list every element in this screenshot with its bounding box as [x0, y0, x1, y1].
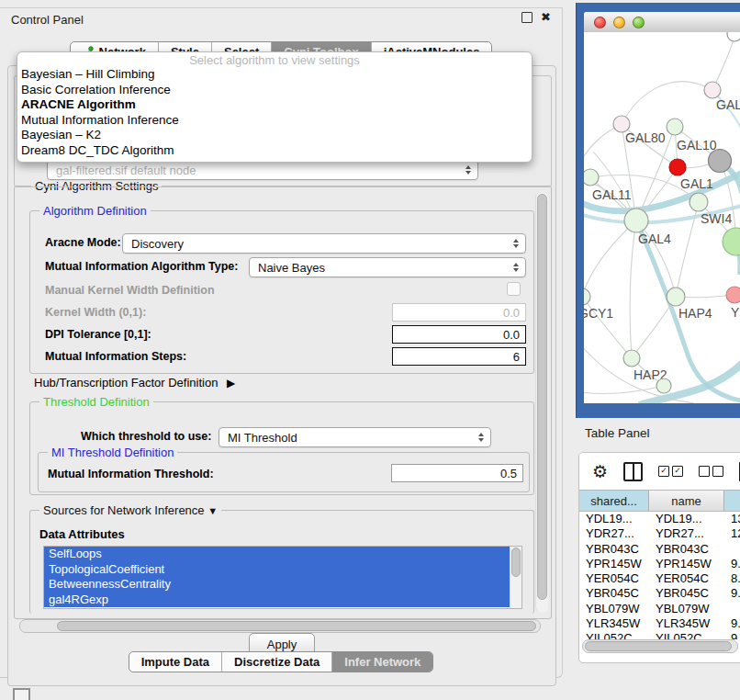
tab-discretize-data[interactable]: Discretize Data — [221, 652, 331, 672]
dropdown-item[interactable]: Bayesian – K2 — [17, 128, 532, 143]
table-cell: 9. — [724, 616, 740, 631]
table-row[interactable]: YDR27...YDR27...12 — [579, 526, 740, 541]
gear-icon[interactable]: ⚙ — [592, 463, 608, 480]
stepper-icon — [510, 258, 522, 277]
manual-kernel-checkbox[interactable] — [507, 282, 521, 296]
dropdown-placeholder: Select algorithm to view settings — [17, 53, 532, 67]
network-node[interactable] — [656, 378, 671, 393]
network-node[interactable] — [709, 150, 732, 173]
mi-type-value: Naive Bayes — [258, 261, 325, 275]
group-title: MI Threshold Definition — [48, 446, 177, 459]
screen: Control Panel ✖ Network Style — [0, 0, 740, 700]
table-cell: YPR145W — [649, 557, 724, 571]
table-row[interactable]: YBL079WYBL079W — [579, 602, 740, 616]
dropdown-item[interactable]: Mutual Information Inference — [17, 113, 532, 129]
table-horizontal-scrollbar[interactable] — [582, 639, 738, 653]
network-window-titlebar[interactable] — [584, 12, 740, 33]
table-row[interactable]: YBR043CYBR043C — [579, 542, 740, 557]
column-header-shared[interactable]: shared... — [579, 491, 649, 511]
network-view-window: GALGAL80GAL10GAL1GAL11SWI4GAL4GCY1HAP4YH… — [577, 3, 740, 418]
network-node[interactable] — [667, 288, 685, 306]
network-node[interactable] — [623, 350, 640, 367]
aracne-mode-value: Discovery — [131, 237, 184, 251]
network-canvas[interactable]: GALGAL80GAL10GAL1GAL11SWI4GAL4GCY1HAP4YH… — [584, 32, 740, 403]
data-attributes-list[interactable]: SelfLoops TopologicalCoefficient Between… — [43, 546, 522, 609]
cyni-bottom-tabs: Impute Data Discretize Data Infer Networ… — [129, 651, 434, 672]
table-cell: YER054C — [579, 571, 649, 586]
network-node[interactable] — [669, 159, 686, 175]
network-node[interactable] — [584, 288, 590, 305]
scrollbar-thumb[interactable] — [511, 548, 521, 577]
network-node[interactable] — [704, 82, 721, 98]
data-attributes-label: Data Attributes — [39, 527, 125, 541]
deselect-all-checkboxes-icon[interactable] — [699, 466, 723, 477]
table-header: shared... name A — [579, 490, 740, 512]
table-row[interactable]: YPR145WYPR145W9. — [579, 557, 740, 571]
zoom-traffic-light-icon[interactable] — [633, 17, 645, 28]
aracne-mode-label: Aracne Mode: — [45, 236, 121, 249]
close-icon[interactable]: ✖ — [541, 12, 551, 23]
manual-kernel-label: Manual Kernel Width Definition — [45, 284, 215, 297]
table-row[interactable]: YDL19...YDL19...13 — [579, 512, 740, 526]
table-row[interactable]: YIL052CYIL052C9. — [579, 631, 740, 639]
settings-horizontal-scrollbar[interactable] — [19, 619, 541, 633]
node-table: shared... name A YDL19...YDL19...13YDR27… — [579, 490, 740, 639]
aracne-mode-combo[interactable]: Discovery — [122, 233, 526, 254]
tab-impute-data[interactable]: Impute Data — [129, 652, 221, 672]
network-node[interactable] — [723, 228, 740, 255]
algorithm-definition-group: Algorithm Definition Aracne Mode: Discov… — [29, 210, 534, 374]
dropdown-item[interactable]: Dream8 DC_TDC Algorithm — [17, 143, 532, 159]
network-node[interactable] — [667, 119, 683, 135]
mi-steps-label: Mutual Information Steps: — [45, 350, 186, 363]
network-selector-combo[interactable]: gal-filtered.sif default node — [47, 160, 478, 180]
network-node[interactable] — [726, 287, 740, 303]
mi-type-combo[interactable]: Naive Bayes — [249, 257, 526, 277]
table-row[interactable]: YER054CYER054C8. — [579, 571, 740, 586]
dpi-tolerance-field[interactable]: 0.0 — [392, 325, 526, 344]
mi-threshold-field[interactable]: 0.5 — [391, 464, 523, 482]
list-vertical-scrollbar[interactable] — [510, 547, 521, 608]
split-columns-icon[interactable] — [623, 462, 643, 481]
network-selector-value: gal-filtered.sif default node — [56, 164, 196, 177]
kernel-width-field[interactable]: 0.0 — [392, 303, 526, 322]
collapse-icon[interactable]: ▼ — [207, 505, 218, 516]
tab-infer-network[interactable]: Infer Network — [331, 652, 432, 672]
mi-steps-field[interactable]: 6 — [392, 347, 526, 366]
panel-title: Control Panel — [11, 13, 84, 27]
scrollbar-thumb[interactable] — [537, 194, 547, 600]
network-node[interactable] — [624, 209, 648, 232]
list-item[interactable]: SelfLoops — [44, 547, 510, 562]
grid-corner-icon[interactable] — [13, 688, 30, 700]
expand-right-icon[interactable]: ▶ — [227, 377, 235, 390]
node-label: GAL11 — [592, 187, 632, 202]
select-all-checkboxes-icon[interactable]: ✓✓ — [658, 466, 683, 477]
table-cell — [724, 602, 740, 616]
hub-definition-label: Hub/Transcription Factor Definition — [34, 376, 218, 390]
table-row[interactable]: YLR345WYLR345W9. — [579, 616, 740, 631]
table-row[interactable]: YBR045CYBR045C9. — [579, 586, 740, 601]
list-item[interactable]: gal4RGexp — [44, 593, 510, 608]
network-node[interactable] — [690, 193, 708, 211]
which-threshold-combo[interactable]: MI Threshold — [219, 427, 491, 447]
table-cell: YDL19... — [579, 512, 649, 526]
network-node[interactable] — [584, 169, 599, 186]
network-node[interactable] — [727, 32, 740, 41]
column-header-name[interactable]: name — [649, 491, 724, 511]
dropdown-item[interactable]: Basic Correlation Inference — [17, 83, 532, 98]
node-label: Y — [731, 305, 740, 320]
list-item[interactable]: BetweennessCentrality — [44, 577, 510, 593]
hub-definition-toggle[interactable]: Hub/Transcription Factor Definition ▶ — [34, 376, 235, 390]
close-traffic-light-icon[interactable] — [594, 17, 606, 28]
settings-vertical-scrollbar[interactable] — [535, 192, 548, 613]
apply-button-label: Apply — [267, 638, 297, 651]
scrollbar-thumb[interactable] — [585, 641, 732, 651]
list-item[interactable]: TopologicalCoefficient — [44, 562, 510, 578]
dropdown-item[interactable]: Bayesian – Hill Climbing — [17, 67, 532, 83]
column-header-clipped[interactable]: A — [724, 491, 740, 511]
node-label: GAL10 — [677, 138, 717, 152]
dropdown-item-selected[interactable]: ARACNE Algorithm — [17, 97, 532, 113]
minimize-traffic-light-icon[interactable] — [613, 17, 625, 28]
float-window-icon[interactable] — [521, 12, 533, 23]
algorithm-dropdown-list: Select algorithm to view settings Bayesi… — [17, 51, 533, 163]
scrollbar-thumb[interactable] — [57, 621, 537, 631]
